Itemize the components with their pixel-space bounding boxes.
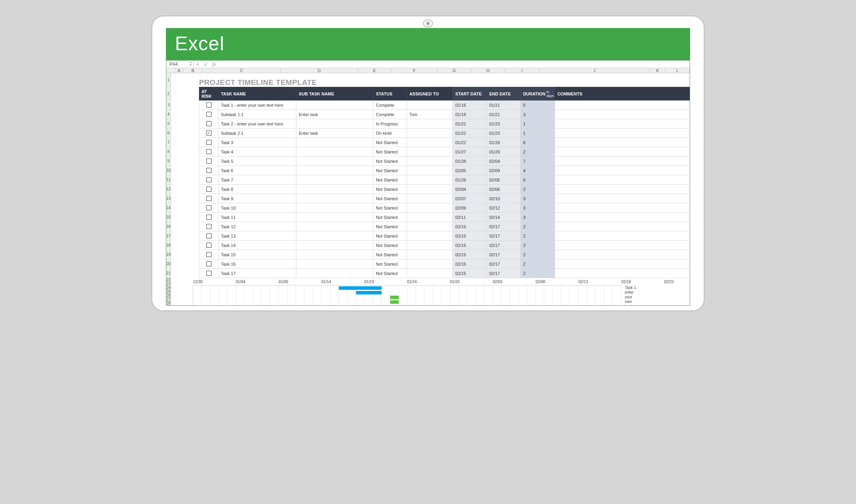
cell-status[interactable]: Not Started: [373, 213, 407, 222]
column-header[interactable]: E: [358, 68, 391, 73]
column-header[interactable]: B: [183, 68, 203, 73]
cell-assigned-to[interactable]: [407, 166, 453, 175]
table-row[interactable]: Task 6Not Started02/0502/094: [199, 166, 690, 175]
cell-end-date[interactable]: 02/14: [487, 213, 521, 222]
cell-status[interactable]: Not Started: [373, 185, 407, 194]
cell-duration[interactable]: 7: [521, 157, 555, 166]
table-row[interactable]: Task 12Not Started02/1502/172: [199, 222, 690, 231]
cell-start-date[interactable]: 02/11: [453, 213, 487, 222]
row-header[interactable]: 14: [166, 203, 171, 213]
cell-duration[interactable]: 2: [521, 250, 555, 259]
cell-status[interactable]: Not Started: [373, 175, 407, 184]
cell-comments[interactable]: [555, 194, 690, 203]
cell-sub-task[interactable]: [296, 166, 373, 175]
at-risk-checkbox[interactable]: ✓: [206, 130, 211, 136]
cell-status[interactable]: Not Started: [373, 241, 407, 250]
cell-comments[interactable]: [555, 222, 690, 231]
row-header[interactable]: 7: [166, 138, 171, 147]
cell-start-date[interactable]: 01/16: [453, 100, 487, 109]
cell-assigned-to[interactable]: [407, 194, 453, 203]
cell-start-date[interactable]: 02/04: [453, 185, 487, 194]
cell-status[interactable]: Not Started: [373, 203, 407, 212]
cell-start-date[interactable]: 02/15: [453, 250, 487, 259]
cell-sub-task[interactable]: [296, 157, 373, 166]
row-header[interactable]: 28: [166, 301, 171, 305]
cell-sub-task[interactable]: [296, 259, 373, 268]
row-header[interactable]: 16: [166, 222, 171, 231]
row-header[interactable]: 12: [166, 185, 171, 194]
cell-task-name[interactable]: Task 3: [218, 138, 296, 147]
cell-end-date[interactable]: 02/06: [487, 185, 521, 194]
at-risk-checkbox[interactable]: [206, 102, 211, 107]
at-risk-checkbox[interactable]: [206, 168, 211, 173]
cell-task-name[interactable]: Task 11: [218, 213, 296, 222]
cell-comments[interactable]: [555, 269, 690, 278]
column-header[interactable]: J: [539, 68, 650, 73]
cell-assigned-to[interactable]: [407, 231, 453, 240]
at-risk-checkbox[interactable]: [206, 233, 211, 238]
cell-end-date[interactable]: 01/21: [487, 100, 521, 109]
cell-duration[interactable]: 8: [521, 175, 555, 184]
cell-status[interactable]: Not Started: [373, 147, 407, 156]
cell-duration[interactable]: 3: [521, 110, 555, 119]
cell-comments[interactable]: [555, 241, 690, 250]
cell-end-date[interactable]: 02/05: [487, 175, 521, 184]
cell-assigned-to[interactable]: [407, 147, 453, 156]
cell-task-name[interactable]: Task 16: [218, 259, 296, 268]
cell-sub-task[interactable]: [296, 185, 373, 194]
cell-duration[interactable]: 1: [521, 129, 555, 137]
cell-status[interactable]: Not Started: [373, 231, 407, 240]
table-row[interactable]: Task 3Not Started01/2201/286: [199, 138, 690, 147]
cell-duration[interactable]: 6: [521, 138, 555, 147]
row-header[interactable]: 11: [166, 175, 171, 185]
cell-duration[interactable]: 3: [521, 213, 555, 222]
row-header[interactable]: 19: [166, 250, 171, 259]
cell-task-name[interactable]: Task 10: [218, 203, 296, 212]
table-row[interactable]: ✓Subtask 2.1Enter taskOn Hold01/2201/231: [199, 129, 690, 138]
cell-start-date[interactable]: 02/15: [453, 241, 487, 250]
formula-input[interactable]: [218, 63, 690, 65]
at-risk-checkbox[interactable]: [206, 159, 211, 164]
cell-duration[interactable]: 2: [521, 222, 555, 231]
at-risk-checkbox[interactable]: [206, 112, 211, 117]
cell-task-name[interactable]: Task 2 - enter your own text here: [218, 119, 296, 128]
cell-sub-task[interactable]: [296, 138, 373, 147]
cell-status[interactable]: Not Started: [373, 222, 407, 231]
row-header[interactable]: 3: [166, 100, 171, 110]
cell-comments[interactable]: [555, 203, 690, 212]
row-header[interactable]: 20: [166, 259, 171, 269]
cell-sub-task[interactable]: [296, 175, 373, 184]
cell-assigned-to[interactable]: [407, 185, 453, 194]
at-risk-checkbox[interactable]: [206, 121, 211, 126]
table-row[interactable]: Task 5Not Started01/2802/047: [199, 157, 690, 166]
cell-duration[interactable]: 2: [521, 231, 555, 240]
cell-end-date[interactable]: 02/17: [487, 222, 521, 231]
cell-duration[interactable]: 2: [521, 147, 555, 156]
row-header[interactable]: 9: [166, 157, 171, 166]
column-header[interactable]: G: [437, 68, 471, 73]
table-row[interactable]: Task 11Not Started02/1102/143: [199, 213, 690, 222]
cell-assigned-to[interactable]: Tom: [407, 110, 453, 119]
cell-comments[interactable]: [555, 250, 690, 259]
column-header[interactable]: A: [175, 68, 183, 73]
cell-comments[interactable]: [555, 147, 690, 156]
cell-start-date[interactable]: 01/22: [453, 119, 487, 128]
at-risk-checkbox[interactable]: [206, 149, 211, 154]
cell-duration[interactable]: 4: [521, 166, 555, 175]
cell-end-date[interactable]: 02/04: [487, 157, 521, 166]
cell-start-date[interactable]: 02/05: [453, 166, 487, 175]
cancel-icon[interactable]: ✕: [194, 62, 202, 67]
column-header[interactable]: K: [650, 68, 666, 73]
cell-start-date[interactable]: 01/28: [453, 175, 487, 184]
cell-comments[interactable]: [555, 129, 690, 137]
table-row[interactable]: Task 10Not Started02/0902/123: [199, 203, 690, 213]
fx-icon[interactable]: fx: [210, 61, 218, 67]
row-header[interactable]: 13: [166, 194, 171, 203]
cell-duration[interactable]: 2: [521, 185, 555, 194]
cell-comments[interactable]: [555, 157, 690, 166]
cell-duration[interactable]: 2: [521, 241, 555, 250]
cell-start-date[interactable]: 01/22: [453, 138, 487, 147]
cell-task-name[interactable]: Task 12: [218, 222, 296, 231]
cell-assigned-to[interactable]: [407, 222, 453, 231]
cell-start-date[interactable]: 02/07: [453, 194, 487, 203]
